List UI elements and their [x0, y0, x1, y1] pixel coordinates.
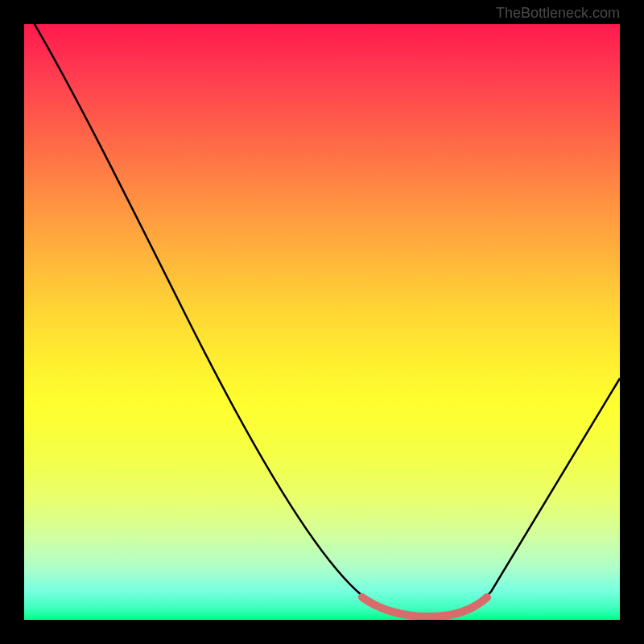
plot-area	[24, 24, 620, 620]
chart-container: TheBottleneck.com	[0, 0, 644, 644]
curve-overlay	[24, 24, 620, 620]
attribution-text: TheBottleneck.com	[496, 5, 620, 22]
bottleneck-curve	[32, 24, 620, 616]
optimal-range-marker	[362, 597, 487, 617]
